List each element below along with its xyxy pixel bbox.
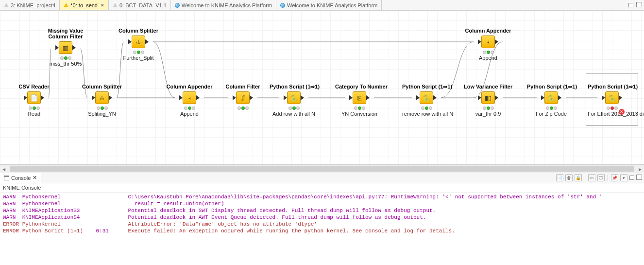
output-port[interactable] — [301, 95, 304, 100]
lock-button[interactable]: 🔒 — [575, 174, 582, 181]
node-pyscript2[interactable]: Python Script (1⇒1)🐍remove row with all … — [402, 84, 451, 117]
node-body[interactable]: 🐍 — [588, 90, 636, 105]
output-port[interactable] — [109, 95, 112, 100]
workflow-canvas[interactable]: CSV Reader📄ReadMissing Value Column Filt… — [0, 11, 644, 164]
node-pyscript4[interactable]: Python Script (1⇒1)🐍✕For Effort 2012_201… — [588, 84, 636, 117]
console-line: WARN KNIMEApplication$3 Potential deadlo… — [3, 207, 641, 214]
log-message: Execute failed: An exception occured whi… — [128, 228, 455, 234]
node-body[interactable]: 🐍 — [527, 90, 576, 105]
tab-to-send[interactable]: *0: to_send ✕ — [60, 0, 109, 10]
console-line: WARN PythonKernel C:\Users\Kaustubh Pore… — [3, 194, 641, 200]
node-pyscript3[interactable]: Python Script (1⇒1)🐍For Zip Code — [527, 84, 576, 117]
log-message: Potential deadlock in AWT Event Queue de… — [128, 214, 426, 220]
workflow-editor[interactable]: CSV Reader📄ReadMissing Value Column Filt… — [0, 11, 644, 165]
output-port[interactable] — [619, 95, 622, 100]
node-status — [41, 56, 90, 60]
node-csvreader[interactable]: CSV Reader📄Read — [10, 84, 58, 117]
minimize-icon[interactable] — [628, 3, 633, 7]
log-location — [96, 201, 115, 207]
display-button[interactable]: 🖵 — [597, 174, 605, 181]
node-status — [78, 106, 126, 110]
input-port[interactable] — [478, 95, 481, 100]
node-label: Append — [165, 111, 214, 117]
input-port[interactable] — [349, 95, 353, 100]
node-colsplit2[interactable]: Column Splitter⫝Further_Split — [114, 28, 163, 61]
node-colsplit1[interactable]: Column Splitter⫝Spliting_YN — [78, 84, 126, 117]
output-port[interactable] — [558, 95, 561, 100]
close-icon[interactable]: ✕ — [33, 175, 37, 181]
node-body[interactable]: 📄 — [10, 90, 58, 105]
output-port[interactable] — [250, 95, 253, 100]
scroll-right-icon[interactable]: ▶ — [636, 165, 644, 173]
input-port[interactable] — [55, 45, 59, 50]
input-port[interactable] — [128, 39, 132, 44]
input-port[interactable] — [478, 39, 481, 44]
node-colfilter[interactable]: Column Filter⇵ — [219, 84, 267, 111]
horizontal-scrollbar[interactable]: ◀ ▶ — [0, 165, 644, 173]
copy-button[interactable]: 📄 — [556, 174, 563, 181]
console-icon — [4, 176, 9, 180]
log-source: PythonKernel — [22, 201, 93, 207]
node-body[interactable]: 🐍 — [402, 90, 451, 105]
node-cattonumber[interactable]: Category To Number⎘YN Conversion — [335, 84, 384, 117]
menu-button[interactable]: ▾ — [620, 174, 627, 181]
node-colapp2[interactable]: Column Appender⫞Append — [464, 28, 512, 61]
scroll-left-icon[interactable]: ◀ — [0, 165, 8, 173]
input-port[interactable] — [24, 95, 27, 100]
tab-welcome-1[interactable]: Welcome to KNIME Analytics Platform — [171, 0, 276, 10]
tab-knime-project4[interactable]: 3: KNIME_project4 — [0, 0, 60, 10]
console-title: KNIME Console — [0, 183, 644, 193]
log-source: PythonKernel — [22, 221, 93, 227]
console-tab[interactable]: Console ✕ — [0, 173, 41, 183]
close-icon[interactable]: ✕ — [101, 3, 104, 8]
node-body[interactable]: ▮▯ — [464, 90, 512, 105]
scrollbar-thumb[interactable] — [10, 166, 634, 172]
output-port[interactable] — [495, 39, 498, 44]
tab-welcome-2[interactable]: Welcome to KNIME Analytics Platform — [276, 0, 382, 10]
node-icon: 🐍 — [420, 91, 433, 104]
node-label: Spliting_YN — [78, 111, 126, 117]
workflow-icon — [4, 3, 9, 7]
output-port[interactable] — [366, 95, 370, 100]
input-port[interactable] — [602, 95, 605, 100]
input-port[interactable] — [233, 95, 236, 100]
log-level: ERROR — [3, 221, 19, 227]
node-missingvalue[interactable]: Missing Value Column Filter▥miss_thr 50% — [41, 28, 90, 67]
console-output[interactable]: WARN PythonKernel C:\Users\Kaustubh Pore… — [0, 193, 644, 265]
node-pyscript1[interactable]: Python Script (1⇒1)🐍Add row with all N — [270, 84, 318, 117]
node-status — [527, 106, 576, 110]
tab-label: 3: KNIME_project4 — [11, 2, 55, 8]
input-port[interactable] — [416, 95, 420, 100]
log-source: KNIMEApplication$3 — [22, 208, 93, 213]
input-port[interactable] — [92, 95, 95, 100]
node-colapp1[interactable]: Column Appender⫞Append — [165, 84, 214, 117]
input-port[interactable] — [179, 95, 183, 100]
node-body[interactable]: ⫞ — [165, 90, 214, 105]
node-body[interactable]: ⇵ — [219, 90, 267, 105]
node-lowvar[interactable]: Low Variance Filter▮▯var_thr 0.9 — [464, 84, 512, 117]
output-port[interactable] — [72, 45, 76, 50]
node-body[interactable]: 🐍 — [270, 90, 318, 105]
maximize-icon[interactable] — [636, 3, 641, 7]
input-port[interactable] — [541, 95, 544, 100]
output-port[interactable] — [433, 95, 437, 100]
output-port[interactable] — [196, 95, 200, 100]
minimize-icon[interactable] — [629, 176, 634, 180]
node-title: CSV Reader — [10, 84, 58, 89]
output-port[interactable] — [41, 95, 44, 100]
log-level: WARN — [3, 201, 19, 207]
node-body[interactable]: ⫞ — [464, 35, 512, 49]
clear-button[interactable]: 🗑 — [565, 174, 573, 181]
node-body[interactable]: ⎘ — [335, 90, 384, 105]
tabbar-controls — [626, 0, 644, 10]
node-body[interactable]: ▥ — [41, 40, 90, 55]
output-port[interactable] — [145, 39, 149, 44]
tab-bct-data[interactable]: 0: BCT_DATA_V1.1 — [109, 0, 171, 10]
node-body[interactable]: ⫝ — [114, 35, 163, 49]
pin-button[interactable]: 📌 — [611, 174, 618, 181]
output-port[interactable] — [495, 95, 498, 100]
open-console-button[interactable]: ▭ — [588, 174, 595, 181]
input-port[interactable] — [284, 95, 287, 100]
maximize-icon[interactable] — [636, 176, 641, 180]
node-body[interactable]: ⫝ — [78, 90, 126, 105]
